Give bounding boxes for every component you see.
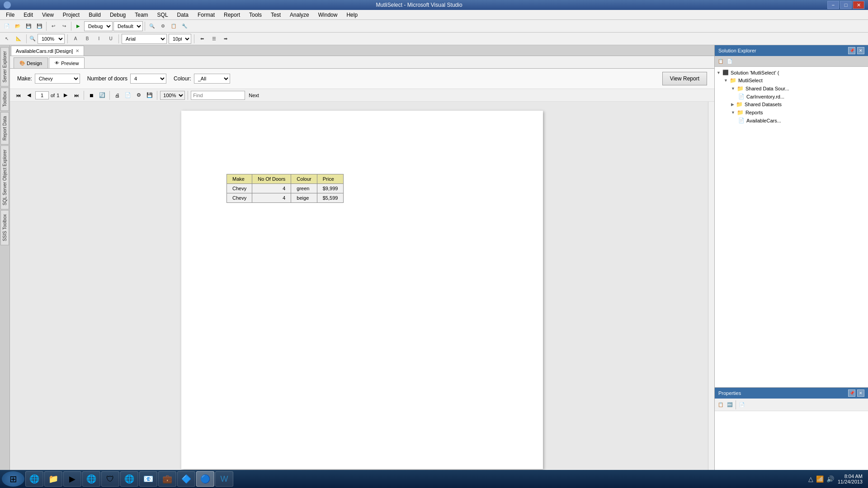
font-dropdown[interactable]: Arial <box>122 34 167 44</box>
taskbar-icon-shield[interactable]: 🛡 <box>101 471 119 487</box>
se-btn1[interactable]: 📋 <box>717 57 725 66</box>
sql-server-tab[interactable]: SQL Server Object Explorer <box>0 145 9 210</box>
start-button[interactable]: ⊞ <box>2 471 24 487</box>
save-btn[interactable]: 💾 <box>24 21 33 31</box>
last-page-btn[interactable]: ⏭ <box>72 91 81 100</box>
props-close-btn[interactable]: ✕ <box>857 389 864 397</box>
taskbar-icon-ie[interactable]: 🌐 <box>120 471 138 487</box>
tree-shared-datasets[interactable]: ▶ 📁 Shared Datasets <box>717 100 866 108</box>
menu-edit[interactable]: Edit <box>19 10 37 19</box>
taskbar-icon-briefcase[interactable]: 💼 <box>158 471 176 487</box>
props-alpha-btn[interactable]: 🔤 <box>726 401 734 409</box>
scrollbar-vertical[interactable] <box>708 102 714 478</box>
tree-reports[interactable]: ▼ 📁 Reports <box>717 108 866 117</box>
stop-btn[interactable]: ⏹ <box>87 91 96 100</box>
taskbar-icon-vs2[interactable]: 🔵 <box>196 471 214 487</box>
open-btn[interactable]: 📂 <box>13 21 23 31</box>
platform-dropdown[interactable]: Default <box>113 21 143 31</box>
config-dropdown[interactable]: Debug <box>84 21 113 31</box>
tree-project[interactable]: ▼ 📁 MutliSelect <box>717 76 866 84</box>
tree-solution[interactable]: ▼ ⬛ Solution 'MutliSelect' ( <box>717 69 866 76</box>
minimize-button[interactable]: − <box>827 1 839 9</box>
align-right-btn[interactable]: ➡ <box>221 34 231 44</box>
menu-analyze[interactable]: Analyze <box>286 10 313 19</box>
print-layout-btn[interactable]: 📄 <box>123 91 132 100</box>
restore-button[interactable]: □ <box>840 1 852 9</box>
tb2-btn3[interactable]: A <box>71 34 80 44</box>
server-explorer-tab[interactable]: Server Explorer <box>0 47 9 86</box>
save-all-btn[interactable]: 💾 <box>34 21 44 31</box>
props-pin-btn[interactable]: 📌 <box>848 389 855 397</box>
menu-view[interactable]: View <box>38 10 58 19</box>
redo-btn[interactable]: ↪ <box>59 21 69 31</box>
tree-available-cars[interactable]: 📄 AvailableCars... <box>717 117 866 124</box>
page-setup-btn[interactable]: ⚙ <box>134 91 143 100</box>
taskbar-icon-chrome[interactable]: 🌐 <box>82 471 100 487</box>
tb-btn-4[interactable]: 🔧 <box>179 21 189 31</box>
menu-data[interactable]: Data <box>173 10 193 19</box>
next-page-btn[interactable]: ▶ <box>61 91 70 100</box>
taskbar-icon-vs[interactable]: 🔷 <box>177 471 195 487</box>
zoom-dropdown[interactable]: 100% 75% 125% <box>38 34 65 44</box>
taskbar-icon-word[interactable]: W <box>215 471 233 487</box>
tb-btn-2[interactable]: ⚙ <box>158 21 168 31</box>
menu-sql[interactable]: SQL <box>153 10 172 19</box>
new-file-btn[interactable]: 📄 <box>2 21 12 31</box>
next-find-label[interactable]: Next <box>247 93 261 98</box>
taskbar-icon-outlook[interactable]: 📧 <box>139 471 157 487</box>
undo-btn[interactable]: ↩ <box>48 21 58 31</box>
menu-project[interactable]: Project <box>59 10 84 19</box>
print-btn[interactable]: 🖨 <box>113 91 122 100</box>
view-report-button[interactable]: View Report <box>662 72 707 85</box>
taskbar-icon-media[interactable]: ▶ <box>63 471 81 487</box>
doc-tab-close-btn[interactable]: ✕ <box>75 48 79 53</box>
zoom-select[interactable]: 100% <box>160 91 185 100</box>
current-page-input[interactable] <box>35 91 49 99</box>
tb-btn-3[interactable]: 📋 <box>169 21 179 31</box>
menu-report[interactable]: Report <box>220 10 244 19</box>
first-page-btn[interactable]: ⏮ <box>14 91 23 100</box>
fontsize-dropdown[interactable]: 10pt <box>169 34 191 44</box>
tb-btn-1[interactable]: 🔍 <box>147 21 157 31</box>
props-cat-btn[interactable]: 📋 <box>717 401 725 409</box>
taskbar-icon-folder[interactable]: 📁 <box>44 471 62 487</box>
preview-tab[interactable]: 👁 Preview <box>49 57 85 68</box>
refresh-btn[interactable]: 🔄 <box>98 91 107 100</box>
menu-team[interactable]: Team <box>131 10 152 19</box>
tb2-btn2[interactable]: 📐 <box>14 34 24 44</box>
menu-debug[interactable]: Debug <box>106 10 130 19</box>
align-left-btn[interactable]: ⬅ <box>197 34 207 44</box>
run-btn[interactable]: ▶ <box>73 21 83 31</box>
menu-build[interactable]: Build <box>85 10 105 19</box>
props-page-btn[interactable]: 📄 <box>738 401 746 409</box>
menu-test[interactable]: Test <box>267 10 285 19</box>
doors-select[interactable]: 4 2 All <box>130 74 166 84</box>
se-btn2[interactable]: 📄 <box>726 57 734 66</box>
close-button[interactable]: ✕ <box>853 1 864 9</box>
menu-format[interactable]: Format <box>193 10 219 19</box>
design-tab[interactable]: 🎨 Design <box>14 57 48 68</box>
report-data-tab[interactable]: Report Data <box>0 112 9 145</box>
colour-select[interactable]: _All green beige <box>194 74 230 84</box>
toolbox-tab[interactable]: Toolbox <box>0 87 9 111</box>
find-input[interactable] <box>191 91 245 100</box>
tree-car-inventory[interactable]: 📄 CarInventory.rd... <box>717 93 866 100</box>
tree-shared-datasources[interactable]: ▼ 📁 Shared Data Sour... <box>717 84 866 93</box>
tb2-btn4[interactable]: B <box>82 34 92 44</box>
export-btn[interactable]: 💾 <box>145 91 154 100</box>
panel-close-btn[interactable]: ✕ <box>857 47 864 54</box>
menu-window[interactable]: Window <box>314 10 342 19</box>
make-select[interactable]: Chevy Ford Toyota All <box>35 74 80 84</box>
align-center-btn[interactable]: ☰ <box>209 34 219 44</box>
taskbar-icon-globe[interactable]: 🌐 <box>25 471 43 487</box>
menu-file[interactable]: File <box>2 10 19 19</box>
tb2-btn5[interactable]: I <box>94 34 104 44</box>
prev-page-btn[interactable]: ◀ <box>24 91 33 100</box>
ssis-toolbox-tab[interactable]: SSIS Toolbox <box>0 210 9 245</box>
document-tab[interactable]: AvailableCars.rdl [Design] ✕ <box>11 46 84 56</box>
tb2-btn1[interactable]: ↖ <box>2 34 12 44</box>
menu-help[interactable]: Help <box>342 10 362 19</box>
panel-pin-btn[interactable]: 📌 <box>848 47 855 54</box>
menu-tools[interactable]: Tools <box>245 10 266 19</box>
tb2-btn6[interactable]: U <box>106 34 116 44</box>
